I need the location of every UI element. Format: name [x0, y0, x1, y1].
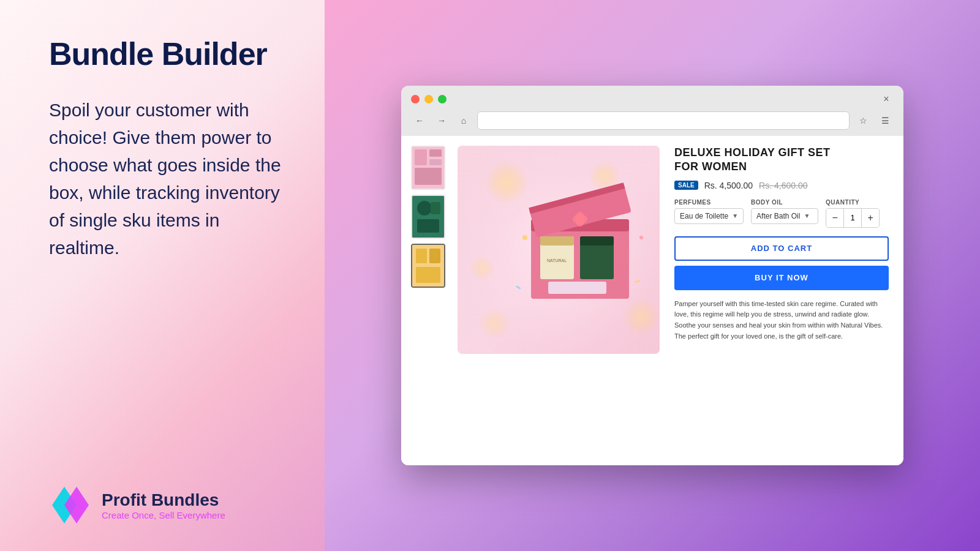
brand-name: Profit Bundles	[102, 490, 225, 510]
product-main-image: NATURAL	[458, 146, 660, 354]
options-row: PERFUMES Eau de Toilette ▼ BODY OIL Afte…	[674, 199, 889, 228]
sale-badge: SALE	[674, 181, 698, 190]
svg-rect-6	[415, 168, 442, 185]
svg-text:NATURAL: NATURAL	[547, 258, 567, 263]
quantity-value: 1	[843, 209, 862, 227]
body-oil-select[interactable]: After Bath Oil ▼	[751, 208, 818, 224]
browser-chrome: × ← → ⌂ ☆ ☰	[401, 86, 903, 136]
buy-it-now-button[interactable]: BUY IT NOW	[674, 266, 889, 290]
browser-top-bar: ×	[411, 92, 894, 107]
svg-rect-9	[431, 202, 440, 214]
svg-rect-31	[548, 282, 606, 294]
forward-button[interactable]: →	[433, 112, 450, 129]
body-oil-label: BODY OIL	[751, 199, 818, 206]
close-dot[interactable]	[411, 95, 420, 103]
svg-rect-13	[429, 249, 440, 263]
svg-rect-30	[580, 236, 614, 246]
svg-point-21	[479, 308, 510, 339]
thumbnail-3[interactable]	[411, 244, 445, 288]
quantity-group: QUANTITY − 1 +	[826, 199, 880, 228]
thumb-img-2	[412, 196, 444, 238]
svg-point-35	[639, 236, 643, 239]
perfumes-option: PERFUMES Eau de Toilette ▼	[674, 199, 744, 224]
quantity-increase-button[interactable]: +	[862, 209, 879, 227]
add-to-cart-button[interactable]: ADD TO CART	[674, 236, 889, 261]
menu-icon[interactable]: ☰	[876, 112, 894, 129]
product-details: DELUXE HOLIDAY GIFT SET FOR WOMEN SALE R…	[669, 146, 894, 455]
thumb-img-1	[412, 147, 444, 189]
sale-price: Rs. 4,500.00	[704, 181, 753, 190]
browser-close-button[interactable]: ×	[879, 92, 894, 107]
brand-text: Profit Bundles Create Once, Sell Everywh…	[102, 490, 225, 520]
svg-rect-4	[429, 149, 442, 157]
left-panel: Bundle Builder Spoil your customer with …	[0, 0, 325, 551]
home-button[interactable]: ⌂	[455, 112, 472, 129]
quantity-control: − 1 +	[826, 208, 880, 228]
thumbnail-2[interactable]	[411, 195, 445, 239]
bookmark-icon[interactable]: ☆	[854, 112, 872, 129]
url-input[interactable]	[477, 111, 850, 130]
svg-rect-5	[429, 159, 442, 165]
product-thumbnails	[411, 146, 448, 455]
original-price: Rs. 4,600.00	[759, 181, 807, 190]
thumbnail-1[interactable]	[411, 146, 445, 190]
svg-point-20	[623, 299, 660, 335]
browser-dots	[411, 95, 447, 103]
svg-rect-10	[417, 219, 439, 233]
svg-point-33	[575, 212, 585, 227]
product-image-wrapper: NATURAL	[458, 146, 660, 354]
svg-rect-12	[416, 249, 427, 263]
price-row: SALE Rs. 4,500.00 Rs. 4,600.00	[674, 181, 889, 190]
product-title: DELUXE HOLIDAY GIFT SET FOR WOMEN	[674, 146, 889, 174]
svg-rect-3	[415, 149, 427, 165]
nav-end-buttons: ☆ ☰	[854, 112, 894, 129]
browser-body-inner: NATURAL	[401, 136, 903, 465]
minimize-dot[interactable]	[424, 95, 433, 103]
perfumes-select[interactable]: Eau de Toilette ▼	[674, 208, 744, 224]
thumb-img-3	[412, 245, 444, 287]
svg-point-8	[417, 201, 432, 216]
svg-point-18	[470, 256, 494, 280]
page-title: Bundle Builder	[49, 37, 288, 72]
browser-window: × ← → ⌂ ☆ ☰	[401, 86, 903, 465]
brand-footer: Profit Bundles Create Once, Sell Everywh…	[49, 484, 288, 527]
brand-logo	[49, 484, 92, 527]
quantity-decrease-button[interactable]: −	[826, 209, 843, 227]
perfumes-arrow: ▼	[732, 212, 738, 219]
brand-tagline: Create Once, Sell Everywhere	[102, 510, 225, 520]
perfumes-label: PERFUMES	[674, 199, 744, 206]
svg-rect-14	[416, 267, 440, 283]
browser-nav-bar: ← → ⌂ ☆ ☰	[411, 111, 894, 130]
maximize-dot[interactable]	[438, 95, 447, 103]
back-button[interactable]: ←	[411, 112, 428, 129]
product-description: Pamper yourself with this time-tested sk…	[674, 299, 889, 342]
quantity-label: QUANTITY	[826, 199, 880, 206]
body-oil-arrow: ▼	[804, 212, 810, 219]
browser-body: NATURAL	[401, 136, 903, 465]
right-panel: × ← → ⌂ ☆ ☰	[325, 0, 980, 551]
svg-point-34	[522, 235, 527, 240]
description-text: Spoil your customer with choice! Give th…	[49, 96, 288, 261]
svg-rect-27	[540, 236, 574, 246]
svg-point-16	[485, 161, 528, 204]
body-oil-option: BODY OIL After Bath Oil ▼	[751, 199, 818, 224]
